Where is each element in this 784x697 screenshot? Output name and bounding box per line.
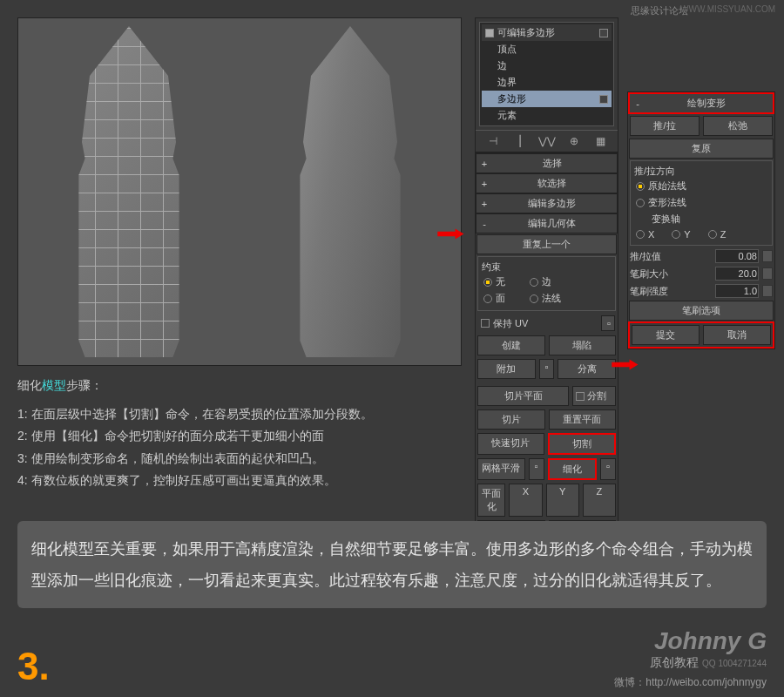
step-number: 3. [17,645,50,688]
spinner-icon[interactable] [762,250,773,262]
radio-face[interactable] [483,294,492,303]
configure-icon[interactable]: ▦ [594,134,608,148]
vertex-color-icon [599,29,608,37]
radio-orig-normal[interactable] [636,182,645,191]
rollout-editpoly[interactable]: +编辑多边形 [476,193,618,213]
brush-options-button[interactable]: 笔刷选项 [629,301,774,321]
rollout-selection[interactable]: +选择 [476,153,618,173]
cut-button[interactable]: 切割 [548,433,617,455]
site-url: WWW.MISSYUAN.COM [680,4,775,14]
radio-normal[interactable] [530,294,538,303]
cancel-button[interactable]: 取消 [703,325,771,345]
paint-deform-panel: -绘制变形 推/拉松弛 复原 推/拉方向 原始法线 变形法线 变换轴 X Y Z… [627,91,775,349]
pin-icon[interactable]: ⊣ [486,134,500,148]
modifier-editable-poly[interactable]: 可编辑多边形 [482,24,612,41]
forum-name: 思缘设计论坛 [631,4,688,17]
commit-button[interactable]: 提交 [632,325,700,345]
unique-icon[interactable]: ⋁⋁ [540,134,554,148]
subobj-polygon[interactable]: 多边形 [482,91,612,107]
subobj-indicator-icon [599,95,608,104]
rollout-softsel[interactable]: +软选择 [476,173,618,193]
rollout-editgeo[interactable]: -编辑几何体 [476,213,618,233]
lightbulb-icon [485,29,494,37]
push-pull-button[interactable]: 推/拉 [630,116,700,136]
radio-axis-z[interactable] [708,230,717,239]
edit-geometry-panel: +选择 +软选择 +编辑多边形 -编辑几何体 重复上一个 约束 无 边 面 法线… [475,152,618,543]
tessellate-settings[interactable]: ▫ [600,458,616,480]
planar-y[interactable]: Y [546,484,579,517]
shaded-model [272,26,429,357]
step-3: 3: 使用绘制变形命名，随机的绘制出表面的起伏和凹凸。 [17,448,462,470]
radio-axis-y[interactable] [672,230,680,239]
repeat-last-button[interactable]: 重复上一个 [476,234,617,254]
spinner-icon[interactable] [762,285,773,297]
modifier-title: 可编辑多边形 [497,26,555,39]
subobj-element[interactable]: 元素 [482,107,612,124]
msmooth-button[interactable]: 网格平滑 [477,458,525,480]
subobj-vertex[interactable]: 顶点 [482,41,612,58]
author-watermark: Johnny G 原创教程 QQ 1004271244 [650,627,767,671]
subobj-border[interactable]: 边界 [482,74,612,91]
planarize-button[interactable]: 平面化 [477,484,505,517]
reset-plane-button[interactable]: 重置平面 [549,409,617,430]
subobj-edge[interactable]: 边 [482,58,612,74]
arrow-icon: ➡ [610,352,639,376]
quickslice-button[interactable]: 快速切片 [477,433,544,455]
brush-size-label: 笔刷大小 [630,267,712,281]
relax-button[interactable]: 松弛 [703,116,773,136]
modifier-list[interactable]: 可编辑多边形 顶点 边 边界 多边形 元素 [479,22,614,126]
step-4: 4: 有数位板的就更爽了，控制好压感可画出更逼真的效果。 [17,470,462,491]
rollout-paint-deform[interactable]: -绘制变形 [628,92,774,114]
detach-button[interactable]: 分离 [558,359,616,379]
spinner-icon[interactable] [762,267,773,280]
direction-label: 推/拉方向 [634,165,768,178]
constraints-group: 约束 无 边 面 法线 [477,256,616,311]
push-value-label: 推/拉值 [630,250,712,263]
stack-toolbar: ⊣ ⎮ ⋁⋁ ⊕ ▦ [476,130,618,152]
radio-edge[interactable] [530,278,538,287]
radio-axis-x[interactable] [636,230,645,239]
preserve-uv-settings[interactable]: ▫ [601,315,615,331]
slice-plane-button[interactable]: 切片平面 [477,386,569,406]
3d-viewport[interactable] [17,17,462,366]
msmooth-settings[interactable]: ▫ [529,458,544,480]
constraints-label: 约束 [482,261,612,274]
preserve-uv-checkbox[interactable] [481,319,490,328]
create-button[interactable]: 创建 [477,335,545,355]
show-result-icon[interactable]: ⎮ [513,134,527,148]
planar-x[interactable]: X [509,484,542,517]
collapse-button[interactable]: 塌陷 [549,335,617,355]
tutorial-steps: 细化模型步骤： 1: 在面层级中选择【切割】命令，在容易受损的位置添加分段数。 … [17,375,462,491]
step-2: 2: 使用【细化】命令把切割好的面分成若干更加细小的面 [17,425,462,447]
radio-none[interactable] [483,278,492,287]
brush-strength-label: 笔刷强度 [630,285,712,298]
remove-icon[interactable]: ⊕ [567,134,581,148]
arrow-icon: ➡ [436,221,465,246]
planar-z[interactable]: Z [583,484,616,517]
wireframe-model [51,26,207,357]
weibo-link: 微博：http://weibo.com/johnnygy [614,675,767,690]
modifier-stack-panel: 可编辑多边形 顶点 边 边界 多边形 元素 ⊣ ⎮ ⋁⋁ ⊕ ▦ [475,17,618,152]
push-direction-group: 推/拉方向 原始法线 变形法线 变换轴 X Y Z [630,160,773,246]
step-1: 1: 在面层级中选择【切割】命令，在容易受损的位置添加分段数。 [17,403,462,425]
brush-size-input[interactable] [715,267,759,281]
revert-button[interactable]: 复原 [629,139,774,159]
summary-note: 细化模型至关重要，如果用于高精度渲染，自然细节要足够丰富。使用多边形的多个命令组… [17,521,767,608]
attach-button[interactable]: 附加 [477,359,536,379]
tessellate-button[interactable]: 细化 [548,458,598,480]
split-button[interactable]: 分割 [572,386,616,406]
slice-button[interactable]: 切片 [477,409,545,430]
push-value-input[interactable] [715,249,759,263]
radio-def-normal[interactable] [636,199,645,207]
attach-list-button[interactable]: ▫ [539,359,555,379]
brush-strength-input[interactable] [715,284,759,298]
